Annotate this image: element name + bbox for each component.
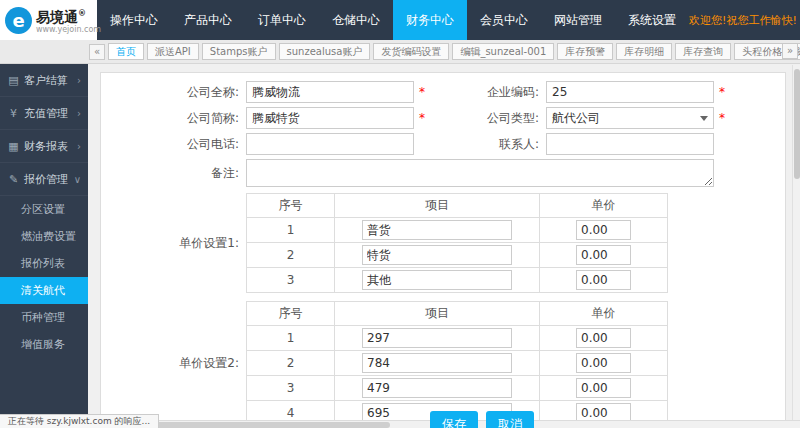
sidebar-item-label: 报价管理 [24,172,74,187]
price-input[interactable] [576,270,631,290]
form-panel: 公司全称: * 企业编码: * 公司简称: * 公司类型: [100,72,786,428]
item-cell [335,326,540,351]
company-short-name-field[interactable] [246,107,414,129]
company-phone-field[interactable] [246,133,414,155]
brand-name: 易境通® [36,6,101,25]
company-full-name-field[interactable] [246,81,414,103]
sub-item-value-added-services[interactable]: 增值服务 [0,331,88,358]
save-button[interactable]: 保存 [430,411,478,428]
tab-stock-warning[interactable]: 库存预警 [557,43,613,60]
price-table-2: 序号 项目 单价 1 2 3 [246,301,668,426]
tab-edit-sunzeal-001[interactable]: 编辑_sunzeal-001 [452,43,554,60]
row-number-cell: 3 [247,268,335,293]
tab-stock-query[interactable]: 库存查询 [675,43,731,60]
row-number-cell: 2 [247,243,335,268]
price-cell [540,376,668,401]
col-header-no: 序号 [247,194,335,218]
top-nav: 操作中心 产品中心 订单中心 仓储中心 财务中心 会员中心 网站管理 系统设置 [97,0,689,40]
tab-sunzealusa-account[interactable]: sunzealusa账户 [279,43,371,60]
price-cell [540,326,668,351]
nav-item-products[interactable]: 产品中心 [171,0,245,40]
item-input[interactable] [362,328,512,348]
remark-label: 备注: [131,165,246,182]
row-number-cell: 3 [247,376,335,401]
row-number-cell: 1 [247,326,335,351]
tabs-scroll-left-icon[interactable]: « [89,44,105,60]
remark-textarea[interactable] [246,159,714,187]
price-cell [540,218,668,243]
item-input[interactable] [362,270,512,290]
col-header-item: 项目 [335,302,540,326]
company-type-value: 航代公司 [552,110,600,127]
item-cell [335,376,540,401]
brand-url: www.yejoin.com [36,25,101,34]
logo[interactable]: e 易境通® www.yejoin.com [0,0,97,40]
price-input[interactable] [576,220,631,240]
price-table1-label: 单价设置1: [131,235,246,252]
item-input[interactable] [362,220,512,240]
table-row: 1 [247,326,668,351]
sidebar-item-recharge[interactable]: ¥ 充值管理 › [0,97,88,130]
tab-home[interactable]: 首页 [108,43,144,60]
sub-item-fuel-fee-settings[interactable]: 燃油费设置 [0,223,88,250]
sidebar: ▤ 客户结算 › ¥ 充值管理 › ▦ 财务报表 › ✎ 报价管理 ∨ 分区设置… [0,64,88,428]
nav-item-operations[interactable]: 操作中心 [97,0,171,40]
item-input[interactable] [362,245,512,265]
tabs-scroll-right-icon[interactable]: » [782,43,798,59]
customer-settlement-icon: ▤ [7,74,20,87]
company-code-label: 企业编码: [431,84,546,101]
table-row: 2 [247,243,668,268]
row-number-cell: 1 [247,218,335,243]
sidebar-item-financial-reports[interactable]: ▦ 财务报表 › [0,130,88,163]
chevron-down-icon: ∨ [74,174,81,185]
row-number-cell: 2 [247,351,335,376]
table-row: 3 [247,376,668,401]
required-mark: * [419,111,427,125]
tab-delivery-api[interactable]: 派送API [147,43,199,60]
sub-item-quote-list[interactable]: 报价列表 [0,250,88,277]
price-cell [540,268,668,293]
table-row: 1 [247,218,668,243]
price-input[interactable] [576,328,631,348]
price-table-1: 序号 项目 单价 1 2 3 [246,193,668,293]
price-input[interactable] [576,378,631,398]
required-mark: * [419,85,427,99]
contact-field[interactable] [546,133,714,155]
sidebar-item-customer-settlement[interactable]: ▤ 客户结算 › [0,64,88,97]
sub-item-customs-agent[interactable]: 清关航代 [0,277,88,304]
nav-item-website[interactable]: 网站管理 [541,0,615,40]
company-code-field[interactable] [546,81,714,103]
tab-shipping-code-settings[interactable]: 发货编码设置 [373,43,449,60]
chevron-right-icon: › [77,108,81,119]
nav-item-orders[interactable]: 订单中心 [245,0,319,40]
sidebar-item-quote-management[interactable]: ✎ 报价管理 ∨ [0,163,88,196]
quote-icon: ✎ [7,173,20,186]
item-input[interactable] [362,353,512,373]
sidebar-item-label: 充值管理 [24,106,77,121]
dropdown-caret-icon [700,116,708,121]
company-type-label: 公司类型: [431,110,546,127]
cancel-button[interactable]: 取消 [486,411,534,428]
company-full-name-label: 公司全称: [131,84,246,101]
price-input[interactable] [576,245,631,265]
nav-item-system[interactable]: 系统设置 [615,0,689,40]
tab-stock-detail[interactable]: 库存明细 [616,43,672,60]
table-row: 2 [247,351,668,376]
form-actions: 保存 取消 [430,411,534,428]
chevron-right-icon: › [77,75,81,86]
vertical-scrollbar-thumb[interactable] [794,69,800,179]
price-input[interactable] [576,353,631,373]
sidebar-item-label: 财务报表 [24,139,77,154]
item-input[interactable] [362,378,512,398]
vertical-scrollbar[interactable] [792,65,800,420]
nav-item-warehouse[interactable]: 仓储中心 [319,0,393,40]
nav-item-finance[interactable]: 财务中心 [393,0,467,40]
recharge-icon: ¥ [7,107,20,120]
nav-item-members[interactable]: 会员中心 [467,0,541,40]
company-type-select[interactable]: 航代公司 [546,107,714,129]
tab-stamps-account[interactable]: Stamps账户 [202,43,276,60]
sub-item-currency-management[interactable]: 币种管理 [0,304,88,331]
sub-item-zone-settings[interactable]: 分区设置 [0,196,88,223]
col-header-no: 序号 [247,302,335,326]
contact-label: 联系人: [431,136,546,153]
